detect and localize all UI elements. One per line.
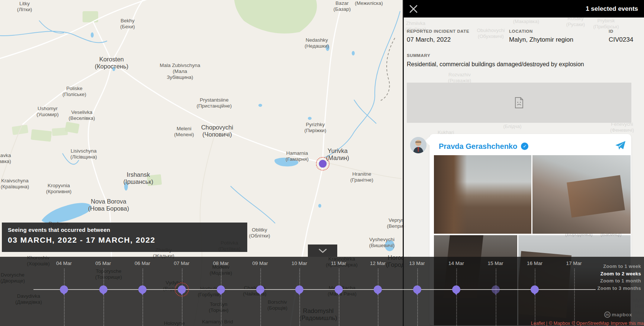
field-value: CIV0234 [609,36,633,44]
timeline-date-label: 10 Mar [292,261,307,266]
map-place-label: Vyshevychi(Вишевичі) [369,237,395,249]
map-place-label: Ushomyr(Ушомир) [36,106,59,118]
zoom-option[interactable]: Zoom to 2 weeks [598,270,641,278]
map-attribution: Leaflet |© Mapbox© OpenStreetMapImprove … [529,321,644,326]
zoom-option[interactable]: Zoom to 1 month [598,277,641,285]
timeline-date-label: 15 Mar [487,261,503,266]
map-place-label: Poliske(Поліське) [62,86,86,98]
map-place-label: Fenevychi(Феневичі) [610,121,634,133]
timeline-date-label: 13 Mar [409,261,425,266]
event-field: LOCATIONMalyn, Zhytomir region [509,29,609,44]
attribution-link[interactable]: © OpenStreetMap [571,321,609,326]
timeline-date-label: 04 Mar [56,261,72,266]
map-place-label: Nedashky(Недашки) [305,37,329,49]
panel-header: 1 selected events [404,0,644,17]
embed-photo[interactable] [434,155,531,234]
telegram-plane-icon[interactable] [615,141,626,152]
event-field: REPORTED INCIDENT DATE07 March, 2022 [407,29,509,44]
map-place-label: (Макарівка) [513,19,539,25]
map-place-label: Chopovychi(Чоповичі) [201,124,233,138]
timeline-dotted-line [456,269,457,326]
timeline-event-dot[interactable] [178,285,186,294]
map-place-label: Hamarnia(Гамарня) [286,150,309,162]
map-place-label: Yurivka(Малин) [326,147,349,162]
map-place-label: Veselivka(Веселівка) [68,109,95,121]
timeline-event-dot[interactable] [452,285,460,294]
avatar [410,137,426,153]
mapbox-logo-icon: m [604,311,611,318]
event-field: IDCIV0234 [609,29,633,44]
map-ghost-label: (Бородянка) [565,231,593,237]
timeline-dotted-line [103,269,104,326]
map-place-label: Prybirsk(Прибірськ) [593,18,619,29]
timeline-event-dot[interactable] [99,285,107,294]
attribution-link[interactable]: Leaflet | [531,321,547,326]
media-placeholder [407,83,631,123]
timeline-event-dot[interactable] [295,285,303,294]
timeline-date-label: 11 Mar [331,261,346,266]
timeline-event-dot[interactable] [413,285,421,294]
map-place-label: Rozvazhiv(Розважів) [448,72,471,83]
timeline-dotted-line [182,269,183,326]
embed-photo[interactable] [532,155,631,234]
embed-author-link[interactable]: Pravda Gerashchenko [439,142,517,151]
zoom-option[interactable]: Zoom to 3 months [598,285,641,292]
timeline-dotted-line [339,269,339,326]
timeline-dotted-line [260,269,261,326]
map-place-label: Lisivschyna(Лісівщина) [70,148,97,160]
event-fields-row: REPORTED INCIDENT DATE07 March, 2022LOCA… [407,29,633,44]
timeline-event-dot[interactable] [335,285,343,294]
map-place-label: Bazar(Базар) [334,0,351,12]
embed-title-row: Pravda Gerashchenko ✓ [439,141,626,152]
timeline-dotted-line [64,269,65,326]
timeline-dotted-line [299,269,300,326]
timeline-event-dot[interactable] [138,285,146,294]
map-place-label: (Межиліска) [355,0,383,6]
summary-label: SUMMARY [407,53,630,58]
close-icon [409,4,418,14]
map-place-label: Irshansk(Іршанськ) [123,171,153,186]
verified-badge-icon: ✓ [521,143,528,150]
timeline-dotted-line [496,269,496,326]
mapbox-logo[interactable]: m mapbox [604,311,632,318]
summary-text: Residential, commercial buildings damage… [407,61,630,68]
tooltip-caption: Seeing events that occurred between [8,227,241,233]
collapse-timeline-button[interactable] [308,244,337,257]
close-panel-button[interactable] [407,2,420,16]
map-place-label: Hranitne(Гранітне) [350,171,373,183]
chevron-down-icon [319,249,327,253]
map-place-label: Prystantsiine(Пристанційне) [197,97,232,109]
event-marker-malyn[interactable] [319,160,327,168]
timeline-event-dot[interactable] [60,285,68,294]
map-place-label: Kropyvnia(Кропивня) [46,183,72,195]
field-label: ID [609,29,633,33]
timeline-event-dot[interactable] [374,285,382,294]
field-value: Malyn, Zhytomir region [509,36,609,44]
map-place-label: Meleni(Мелені) [174,126,194,138]
attribution-link[interactable]: Improve this map [611,321,644,326]
timeline-date-label: 05 Mar [95,261,111,266]
field-label: REPORTED INCIDENT DATE [407,29,509,33]
timeline-date-label: 07 Mar [174,261,189,266]
map-place-label: Kraivschyna(Краївщина) [1,178,29,190]
timeline-event-dot[interactable] [531,285,539,294]
attribution-link[interactable]: © Mapbox [549,321,570,326]
timeline-date-label: 12 Mar [370,261,386,266]
mapbox-logo-text: mapbox [612,312,632,317]
map-place-label: Korosten(Коростень) [95,56,129,70]
timeline-event-dot[interactable] [492,285,500,294]
date-range-tooltip: Seeing events that occurred between 03 M… [2,223,247,252]
timeline-date-label: 08 Mar [213,261,229,266]
timeline-date-label: 16 Mar [527,261,542,266]
timeline-dotted-line [142,269,143,326]
timeline-dotted-line [574,269,575,326]
timeline-event-dot[interactable] [217,285,225,294]
map-ghost-label: (Бабинці) [600,231,622,237]
zoom-option[interactable]: Zoom to 1 week [598,263,641,270]
map-place-label: shavkaшавка) [0,153,11,164]
timeline-bar[interactable]: 04 Mar05 Mar06 Mar07 Mar08 Mar09 Mar10 M… [0,257,644,326]
timeline-zoom-options: Zoom to 1 weekZoom to 2 weeksZoom to 1 m… [598,263,641,292]
timeline-event-dot[interactable] [256,285,264,294]
timeline-dotted-line [378,269,379,326]
map-place-label: Oblitky(Облітки) [249,227,270,239]
